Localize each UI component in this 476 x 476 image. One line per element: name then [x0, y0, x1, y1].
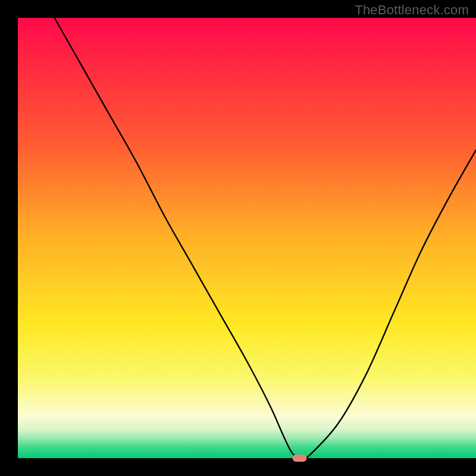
bottleneck-chart [0, 0, 476, 476]
chart-frame: TheBottleneck.com [0, 0, 476, 476]
optimum-marker [293, 455, 307, 462]
plot-background [18, 18, 476, 458]
